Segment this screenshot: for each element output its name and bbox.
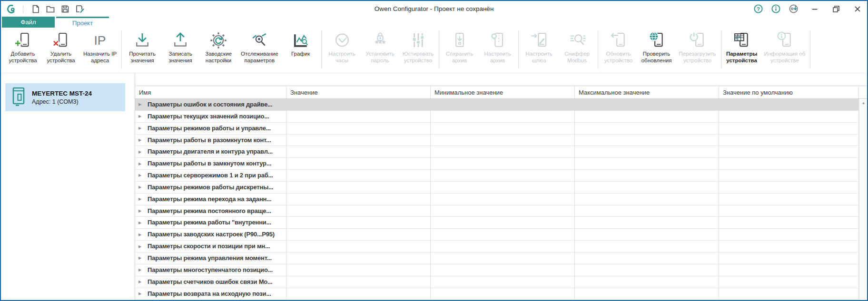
column-header-max[interactable]: Максимальное значение [575,86,719,98]
device-params-button[interactable]: Параметры устройства [723,28,761,72]
expand-arrow-icon[interactable]: ▶ [135,135,145,146]
save-project-icon[interactable] [59,3,71,15]
table-row[interactable]: ▶Параметры режимов работы и управле... [135,123,859,135]
parameter-group-name[interactable]: Параметры режима работы "внутренни... [145,217,286,228]
column-header-min[interactable]: Минимальное значение [431,86,575,98]
parameter-group-name[interactable]: Параметры возврата на исходную пози... [145,288,286,300]
cell-max-value [575,123,719,134]
set-clock-button: Настроить часы [323,28,361,72]
new-project-icon[interactable] [30,3,41,15]
expand-arrow-icon[interactable]: ▶ [135,252,145,264]
table-row[interactable]: ▶Параметры режима перехода на заданн... [135,194,859,205]
cell-default-value [719,170,859,181]
table-row[interactable]: ▶Параметры заводских настроек (P90...P95… [135,229,859,241]
toolbar-button-label: Перезагрузить устройство [679,51,716,64]
cell-max-value [575,264,719,276]
device-tree-panel: MEYERTEC MST-24 Адрес: 1 (COM3) [1,73,135,300]
table-row[interactable]: ▶Параметры ошибок и состояния драйве... [135,99,859,111]
help-button[interactable]: ? [752,3,764,15]
table-row[interactable]: ▶Параметры текущих значений позицио... [135,111,859,123]
parameter-group-name[interactable]: Параметры текущих значений позицио... [145,111,286,122]
parameter-group-name[interactable]: Параметры заводских настроек (P90...P95) [145,229,286,240]
table-row[interactable]: ▶Параметры многоступенчатого позицио... [135,264,859,276]
add-device-icon [13,30,32,50]
column-header-value[interactable]: Значение [286,86,431,98]
expand-arrow-icon[interactable]: ▶ [135,182,145,193]
write-values-button[interactable]: Записать значения [161,28,199,72]
cell-value [286,158,431,169]
table-row[interactable]: ▶Параметры скорости и позиции при мн... [135,241,859,252]
check-updates-device-button[interactable]: Проверить обновления [638,28,676,72]
parameter-group-name[interactable]: Параметры режимов работы дискретны... [145,182,286,193]
expand-arrow-icon[interactable]: ▶ [135,170,145,181]
cell-min-value [431,123,575,134]
expand-arrow-icon[interactable]: ▶ [135,111,145,122]
table-row[interactable]: ▶Параметры работы в замкнутом контур... [135,158,859,170]
table-row[interactable]: ▶Параметры режимов работы дискретны... [135,182,859,194]
open-project-icon[interactable] [45,3,56,15]
expand-arrow-icon[interactable]: ▶ [135,264,145,276]
tab-file[interactable]: Файл [2,17,55,28]
table-row[interactable]: ▶Параметры серворежимов 1 и 2 при раб... [135,170,859,182]
remove-device-button[interactable]: Удалить устройства [42,28,80,72]
expand-arrow-icon[interactable]: ▶ [135,229,145,240]
chart-button[interactable]: График [282,28,320,72]
toolbar-button-label: Параметры устройства [726,51,757,64]
table-row[interactable]: ▶Параметры режима управления момент... [135,252,859,264]
cell-default-value [719,194,859,205]
vertical-scrollbar[interactable]: ▲ [859,99,867,300]
table-row[interactable]: ▶Параметры двигателя и контура управл... [135,146,859,158]
parameter-group-name[interactable]: Параметры режима управления момент... [145,252,286,264]
expand-arrow-icon[interactable]: ▶ [135,99,145,110]
app-logo-icon[interactable] [6,3,17,15]
device-item[interactable]: MEYERTEC MST-24 Адрес: 1 (COM3) [5,83,125,111]
check-app-updates-button[interactable] [788,3,799,15]
expand-arrow-icon[interactable]: ▶ [135,288,145,300]
table-row[interactable]: ▶Параметры режима работы "внутренни... [135,217,859,229]
expand-arrow-icon[interactable]: ▶ [135,276,145,288]
column-header-name[interactable]: Имя [135,86,286,98]
factory-settings-button[interactable]: Заводские настройки [199,28,237,72]
parameter-group-name[interactable]: Параметры режима постоянного враще... [145,205,286,217]
about-button[interactable] [770,3,781,15]
expand-arrow-icon[interactable]: ▶ [135,241,145,252]
column-header-default[interactable]: Значение по умолчанию [719,86,859,98]
expand-arrow-icon[interactable]: ▶ [135,123,145,134]
expand-arrow-icon[interactable]: ▶ [135,205,145,217]
toolbar-separator [598,30,598,69]
monitor-params-button[interactable]: Отслеживание параметров [237,28,281,72]
read-values-button[interactable]: Прочитать значения [123,28,161,72]
parameter-group-name[interactable]: Параметры серворежимов 1 и 2 при раб... [145,170,286,181]
scroll-up-icon[interactable]: ▲ [861,99,865,106]
expand-arrow-icon[interactable]: ▶ [135,217,145,228]
cell-value [286,123,431,134]
restore-button[interactable] [830,3,842,15]
cell-min-value [431,229,575,240]
table-row[interactable]: ▶Параметры счетчиков ошибок связи Мо... [135,276,859,288]
minimize-button[interactable] [809,3,820,15]
parameter-group-name[interactable]: Параметры режимов работы и управле... [145,123,286,134]
parameter-group-name[interactable]: Параметры работы в разомкнутом конт... [145,135,286,146]
table-row[interactable]: ▶Параметры режима постоянного враще... [135,205,859,217]
expand-arrow-icon[interactable]: ▶ [135,158,145,169]
add-device-button[interactable]: Добавить устройства [4,28,42,72]
assign-ip-button[interactable]: IPНазначить IP адреса [80,28,120,72]
close-button[interactable] [852,3,863,15]
parameter-group-name[interactable]: Параметры двигателя и контура управл... [145,146,286,157]
toolbar-group: Сохранить архивНастроить архив [441,28,517,72]
expand-arrow-icon[interactable]: ▶ [135,194,145,205]
parameter-group-name[interactable]: Параметры многоступенчатого позицио... [145,264,286,276]
tab-project[interactable]: Проект [56,17,109,28]
cell-min-value [431,135,575,146]
parameter-group-name[interactable]: Параметры ошибок и состояния драйве... [145,99,286,110]
table-row[interactable]: ▶Параметры возврата на исходную пози... [135,288,859,300]
parameter-group-name[interactable]: Параметры режима перехода на заданн... [145,194,286,205]
parameter-group-name[interactable]: Параметры работы в замкнутом контур... [145,158,286,169]
save-as-project-icon[interactable] [74,3,86,15]
parameter-group-name[interactable]: Параметры счетчиков ошибок связи Мо... [145,276,286,288]
expand-arrow-icon[interactable]: ▶ [135,146,145,157]
table-row[interactable]: ▶Параметры работы в разомкнутом конт... [135,135,859,146]
cell-max-value [575,276,719,288]
device-info-button: Информация об устройстве [761,28,809,72]
parameter-group-name[interactable]: Параметры скорости и позиции при мн... [145,241,286,252]
